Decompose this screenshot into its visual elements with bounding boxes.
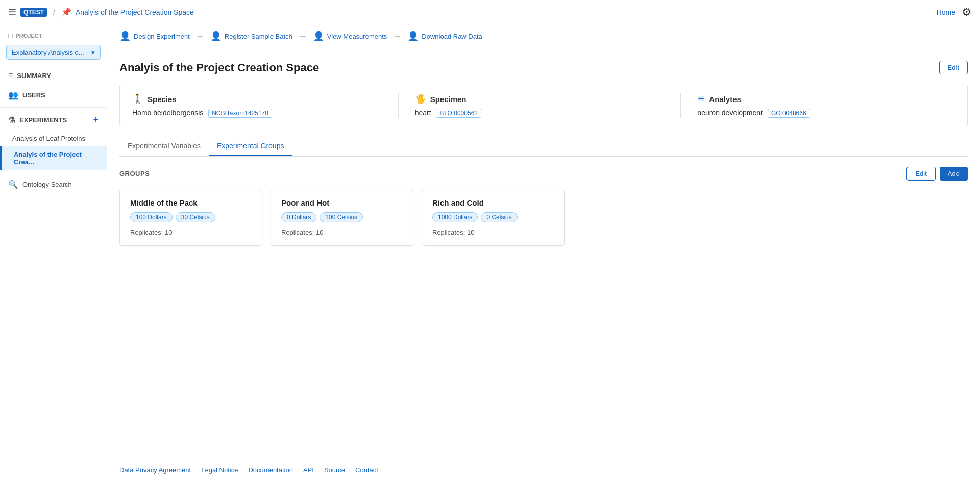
sidebar-project-select[interactable]: Explanatory Analysis o... ▾ [6,45,101,60]
breadcrumb-separator: / [53,8,55,16]
workflow-step-register[interactable]: 👤 Register Sample Batch [210,31,292,42]
analytes-label-row: ✳ Analytes [697,93,955,105]
card-tag-100-celsius: 100 Celsius [320,212,363,222]
analytes-block: ✳ Analytes neuron development GO:0048666 [680,93,955,118]
card-replicates-label-poor: Replicates: [281,229,314,236]
sidebar-summary-label: SUMMARY [17,72,51,80]
download-step-icon: 👤 [407,31,419,42]
card-replicates-label-rich: Replicates: [432,229,465,236]
card-replicates-value-middle: 10 [165,229,172,236]
layout: □ PROJECT Explanatory Analysis o... ▾ ≡ … [0,24,980,481]
card-title-middle: Middle of the Pack [130,198,252,207]
page-title-row: Analyis of the Project Creation Space Ed… [119,61,968,74]
card-tag-100-dollars: 100 Dollars [130,212,173,222]
qtest-badge: QTEST [20,8,47,17]
sidebar-item-leaf-proteins[interactable]: Analysis of Leaf Proteins [0,131,107,146]
card-replicates-label-middle: Replicates: [130,229,163,236]
group-card-middle: Middle of the Pack 100 Dollars 30 Celsiu… [119,189,262,246]
analytes-value: neuron development [697,109,763,117]
hamburger-icon[interactable]: ☰ [8,7,16,18]
sidebar-experiments-header: ⚗ EXPERIMENTS + [0,110,107,131]
groups-edit-button[interactable]: Edit [906,167,935,181]
footer-link-contact[interactable]: Contact [355,466,378,474]
breadcrumb-text: Analyis of the Project Creation Space [76,8,194,16]
sidebar: □ PROJECT Explanatory Analysis o... ▾ ≡ … [0,24,107,481]
sidebar-item-users[interactable]: 👥 USERS [0,85,107,105]
home-link[interactable]: Home [937,8,955,16]
species-title: Species [148,95,177,104]
specimen-link[interactable]: BTO:0000562 [436,109,481,118]
footer-link-source[interactable]: Source [324,466,345,474]
groups-add-button[interactable]: Add [940,167,968,181]
footer-link-privacy[interactable]: Data Privacy Agreement [119,466,191,474]
footer: Data Privacy Agreement Legal Notice Docu… [107,459,980,481]
design-step-label: Design Experiment [134,33,190,40]
register-step-label: Register Sample Batch [225,33,292,40]
specimen-value-row: heart BTO:0000562 [415,109,673,118]
card-tags-poor: 0 Dollars 100 Celsius [281,212,403,222]
analytes-value-row: neuron development GO:0048666 [697,109,955,118]
card-replicates-rich: Replicates: 10 [432,229,554,236]
tab-experimental-groups[interactable]: Experimental Groups [209,137,292,156]
workflow-step-download[interactable]: 👤 Download Raw Data [407,31,482,42]
view-step-icon: 👤 [313,31,324,42]
species-icon: 🚶 [132,93,143,105]
specimen-icon: 🖐 [415,93,426,105]
view-step-label: View Measurements [327,33,387,40]
card-replicates-poor: Replicates: 10 [281,229,403,236]
footer-link-api[interactable]: API [303,466,314,474]
top-bar-right: Home ⚙ [937,6,972,19]
group-card-poor: Poor and Hot 0 Dollars 100 Celsius Repli… [271,189,413,246]
footer-link-docs[interactable]: Documentation [248,466,292,474]
sidebar-project-section: □ PROJECT [0,24,107,43]
sidebar-divider [0,107,107,108]
card-tag-0-dollars: 0 Dollars [281,212,316,222]
experiments-icon: ⚗ [8,115,15,125]
settings-icon[interactable]: ⚙ [962,6,972,19]
sidebar-item-ontology-search[interactable]: 🔍 Ontology Search [0,174,107,194]
top-bar-left: ☰ QTEST / 📌 Analyis of the Project Creat… [8,7,194,18]
chevron-down-icon: ▾ [91,48,95,56]
sidebar-experiments-label: EXPERIMENTS [19,116,67,124]
card-replicates-middle: Replicates: 10 [130,229,252,236]
footer-link-legal[interactable]: Legal Notice [201,466,238,474]
analytes-title: Analytes [709,95,741,104]
workflow-bar: 👤 Design Experiment → 👤 Register Sample … [107,24,980,48]
species-value-row: Homo heidelbergensis NCBITaxon:1425170 [132,109,390,118]
species-link[interactable]: NCBITaxon:1425170 [208,109,272,118]
analytes-link[interactable]: GO:0048666 [768,109,810,118]
sidebar-users-label: USERS [22,91,45,99]
ontology-search-icon: 🔍 [8,180,18,189]
species-value: Homo heidelbergensis [132,109,203,117]
download-step-label: Download Raw Data [422,33,482,40]
workflow-arrow-1: → [196,32,204,41]
main-content: 👤 Design Experiment → 👤 Register Sample … [107,24,980,481]
experiments-header-left: ⚗ EXPERIMENTS [8,115,67,125]
species-label-row: 🚶 Species [132,93,390,105]
register-step-icon: 👤 [210,31,222,42]
users-icon: 👥 [8,90,18,100]
sidebar-item-project-creation[interactable]: Analyis of the Project Crea... [0,146,107,170]
specimen-title: Specimen [430,95,467,104]
sidebar-ontology-label: Ontology Search [22,181,72,188]
tab-experimental-variables[interactable]: Experimental Variables [119,137,209,156]
page-title: Analyis of the Project Creation Space [119,61,319,74]
specimen-value: heart [415,109,431,117]
design-step-icon: 👤 [119,31,131,42]
sidebar-item-summary[interactable]: ≡ SUMMARY [0,66,107,85]
page-edit-button[interactable]: Edit [939,61,968,74]
specimen-label-row: 🖐 Specimen [415,93,673,105]
sidebar-divider-2 [0,172,107,172]
groups-header: GROUPS Edit Add [119,167,968,181]
card-tags-middle: 100 Dollars 30 Celsius [130,212,252,222]
workflow-step-design[interactable]: 👤 Design Experiment [119,31,190,42]
card-tags-rich: 1000 Dollars 0 Celsius [432,212,554,222]
workflow-step-view[interactable]: 👤 View Measurements [313,31,387,42]
summary-icon: ≡ [8,71,13,80]
card-replicates-value-rich: 10 [467,229,474,236]
add-experiment-button[interactable]: + [93,115,99,125]
card-tag-30-celsius: 30 Celsius [176,212,215,222]
info-row: 🚶 Species Homo heidelbergensis NCBITaxon… [119,85,968,126]
workflow-arrow-3: → [393,32,401,41]
tabs: Experimental Variables Experimental Grou… [119,137,968,157]
